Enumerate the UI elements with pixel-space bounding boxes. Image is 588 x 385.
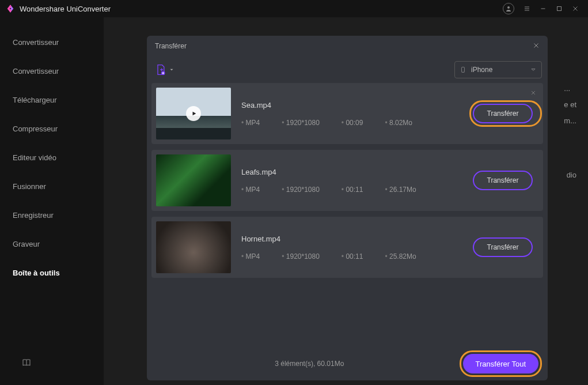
- minimize-button[interactable]: [536, 2, 550, 16]
- file-row: Leafs.mp4 MP4 1920*1080 00:11 26.17Mo Tr…: [151, 150, 543, 211]
- thumbnail[interactable]: [156, 221, 231, 273]
- file-name: Leafs.mp4: [241, 168, 473, 176]
- nav-compressor[interactable]: Compresseur: [0, 114, 104, 143]
- thumbnail[interactable]: [156, 88, 231, 139]
- file-props: MP4 1920*1080 00:11 25.82Mo: [241, 252, 473, 261]
- main-area: ... e et m... dio Transférer iPhone: [104, 17, 588, 385]
- transfer-all-button[interactable]: Transférer Tout: [463, 354, 538, 373]
- file-row: Sea.mp4 MP4 1920*1080 00:09 8.02Mo Trans…: [151, 83, 543, 144]
- nav-merge[interactable]: Fusionner: [0, 172, 104, 201]
- menu-icon[interactable]: [520, 2, 534, 16]
- svg-rect-5: [557, 7, 562, 11]
- file-props: MP4 1920*1080 00:11 26.17Mo: [241, 186, 473, 194]
- file-name: Sea.mp4: [241, 101, 473, 110]
- device-label: iPhone: [471, 66, 492, 74]
- nav-video-editor[interactable]: Editeur vidéo: [0, 143, 104, 172]
- remove-row-button[interactable]: [530, 89, 536, 97]
- nav-toolbox[interactable]: Boîte à outils: [0, 258, 104, 287]
- add-file-icon: [155, 64, 166, 76]
- account-icon[interactable]: [503, 3, 514, 14]
- guide-icon[interactable]: [22, 358, 31, 369]
- nav-recorder[interactable]: Enregistreur: [0, 201, 104, 229]
- file-name: Hornet.mp4: [241, 235, 473, 243]
- bg-text: ... e et m...: [564, 81, 576, 129]
- add-file-button[interactable]: [151, 62, 178, 78]
- nav-burner[interactable]: Graveur: [0, 229, 104, 258]
- svg-point-0: [507, 6, 510, 9]
- chevron-down-icon: [530, 66, 537, 74]
- close-window-button[interactable]: [568, 2, 582, 16]
- nav-converter-1[interactable]: Convertisseur: [0, 28, 104, 56]
- app-logo-icon: [6, 4, 15, 13]
- transfer-button[interactable]: Transférer: [473, 171, 533, 190]
- transfer-modal: Transférer iPhone: [147, 36, 548, 380]
- maximize-button[interactable]: [552, 2, 566, 16]
- chevron-down-icon: [169, 67, 174, 73]
- modal-close-button[interactable]: [533, 42, 540, 51]
- thumbnail[interactable]: [156, 154, 231, 206]
- transfer-button[interactable]: Transférer: [473, 104, 533, 123]
- nav-converter-2[interactable]: Convertisseur: [0, 56, 104, 85]
- file-row: Hornet.mp4 MP4 1920*1080 00:11 25.82Mo T…: [151, 217, 543, 278]
- modal-title: Transférer: [155, 42, 187, 50]
- app-name: Wondershare UniConverter: [20, 5, 503, 13]
- nav-downloader[interactable]: Téléchargeur: [0, 85, 104, 114]
- play-icon: [186, 106, 201, 121]
- titlebar: Wondershare UniConverter: [0, 0, 588, 17]
- file-list: Sea.mp4 MP4 1920*1080 00:09 8.02Mo Trans…: [147, 83, 548, 347]
- sidebar: Convertisseur Convertisseur Téléchargeur…: [0, 17, 104, 385]
- phone-icon: [460, 66, 466, 74]
- bg-text-2: dio: [567, 167, 576, 183]
- summary-text: 3 élément(s), 60.01Mo: [156, 360, 463, 368]
- device-select[interactable]: iPhone: [454, 61, 542, 78]
- file-props: MP4 1920*1080 00:09 8.02Mo: [241, 119, 473, 127]
- transfer-button[interactable]: Transférer: [473, 237, 533, 257]
